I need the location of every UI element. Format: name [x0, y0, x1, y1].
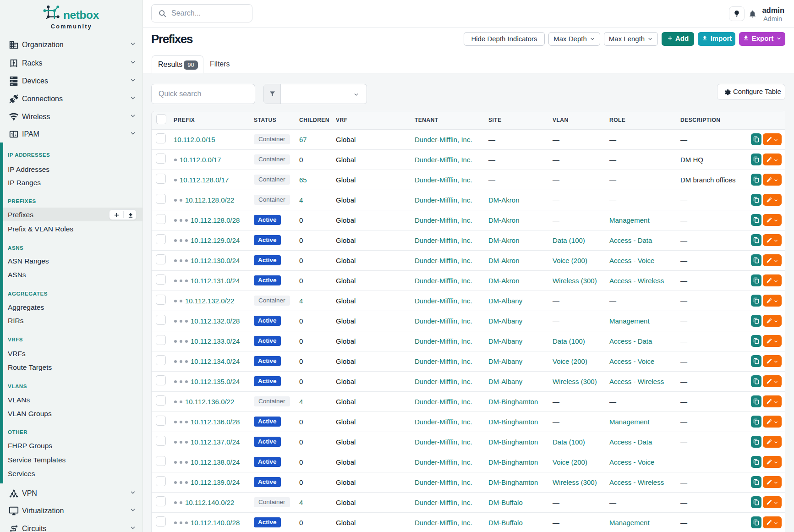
svg-text:netbox: netbox — [63, 9, 99, 19]
